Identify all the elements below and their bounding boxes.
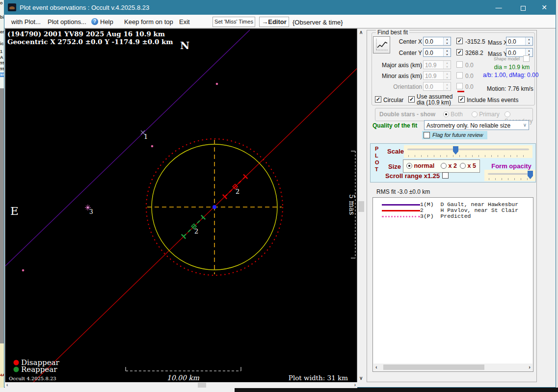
mass-x-spinner[interactable]: 0.0▲▼ bbox=[506, 37, 533, 46]
circular-label: Circular bbox=[383, 97, 403, 104]
form-opacity-slider[interactable] bbox=[484, 170, 535, 181]
plot-title-line2: Geocentric X 2752.0 ±0.0 Y -1174.9 ±0.0 … bbox=[7, 38, 173, 46]
vertical-scroll-thumb[interactable] bbox=[358, 201, 364, 212]
background-fragment: 55 bbox=[0, 61, 4, 65]
fit-graph-button[interactable] bbox=[373, 36, 390, 53]
observer-row[interactable]: 3(P) Predicted bbox=[373, 213, 533, 219]
background-fragment: er bbox=[0, 29, 4, 34]
circular-checkbox[interactable]: ✓ bbox=[375, 96, 381, 103]
menu-with-plot[interactable]: with Plot... bbox=[11, 18, 41, 26]
reappear-dot-icon bbox=[14, 367, 19, 372]
editor-button[interactable]: →Editor bbox=[259, 17, 289, 27]
scroll-down-icon[interactable]: ∨ bbox=[359, 375, 363, 381]
menu-keep-on-top[interactable]: Keep form on top bbox=[124, 18, 173, 26]
event2-green-label: 2 bbox=[194, 228, 198, 235]
center-y-spinner[interactable]: 0.0▲▼ bbox=[423, 48, 451, 57]
minimize-button[interactable]: — bbox=[488, 0, 509, 15]
orientation-label: Orientation bbox=[373, 83, 422, 90]
orientation-spinner[interactable]: 0.0▲▼ bbox=[423, 82, 451, 91]
observer1-line-swatch bbox=[382, 204, 420, 206]
orientation-fit-checkbox[interactable] bbox=[456, 83, 463, 89]
minor-axis-fit-checkbox[interactable] bbox=[456, 72, 463, 78]
north-label: N bbox=[180, 39, 189, 52]
flag-review-checkbox[interactable] bbox=[424, 132, 430, 138]
observer3-dotted-swatch bbox=[382, 216, 420, 217]
menu-help[interactable]: Help bbox=[100, 18, 113, 26]
background-fragment: A bbox=[0, 55, 3, 60]
ab-dmag-label: a/b: 1.00, dMag: 0.00 bbox=[483, 72, 538, 78]
background-window-footer: 4A bbox=[0, 343, 4, 388]
use-assumed-label-line2: dia (10.9 km) bbox=[417, 99, 451, 106]
major-axis-spinner[interactable]: 10.9▲▼ bbox=[423, 60, 451, 69]
use-assumed-checkbox[interactable]: ✓ bbox=[408, 96, 415, 103]
scale-label: Scale bbox=[387, 148, 404, 155]
size-x2-radio[interactable]: x 2 bbox=[441, 162, 457, 169]
diameter-label: dia = 10.9 km bbox=[485, 64, 539, 71]
spinner-arrows-icon[interactable]: ▲▼ bbox=[525, 37, 532, 45]
title-bar[interactable]: Plot event observations : Occult v.4.202… bbox=[4, 0, 556, 15]
plot-vertical-scrollbar[interactable]: ∧ ∨ bbox=[357, 28, 365, 382]
double-stars-both-radio[interactable]: Both bbox=[443, 111, 463, 118]
shape-model-checkbox[interactable] bbox=[523, 55, 530, 62]
scroll-right-icon[interactable]: › bbox=[354, 382, 356, 388]
disappear-dot-icon bbox=[14, 360, 19, 366]
plot-letter: T bbox=[375, 166, 378, 172]
close-button[interactable]: ✕ bbox=[534, 0, 555, 15]
fit-x-checkbox[interactable]: ✓ bbox=[456, 38, 463, 44]
major-axis-fit-checkbox[interactable] bbox=[456, 61, 463, 68]
quality-dropdown[interactable]: Astrometry only. No reliable size ∨ bbox=[424, 120, 529, 130]
spinner-arrows-icon[interactable]: ▲▼ bbox=[443, 37, 451, 45]
observer-list-scroll-thumb[interactable] bbox=[383, 365, 484, 370]
flag-review-row: Flag for future review bbox=[422, 131, 487, 139]
fit-y-checkbox[interactable]: ✓ bbox=[456, 49, 463, 55]
desktop-strip-right bbox=[235, 388, 558, 392]
center-x-spinner[interactable]: 0.0▲▼ bbox=[423, 37, 451, 46]
observer-time-label: {Observer & time} bbox=[292, 19, 343, 26]
background-fragment: 1 bbox=[0, 49, 2, 54]
background-fragment: 4A bbox=[0, 373, 4, 377]
observer-list[interactable]: 1(M) D Gault, near Hawkesbur 2 H Pavlov,… bbox=[372, 197, 533, 372]
size-x5-radio[interactable]: x 5 bbox=[460, 162, 476, 169]
center-y-label: Center Y bbox=[391, 50, 422, 56]
background-fragment: o bbox=[0, 0, 3, 5]
set-miss-times-button[interactable]: Set 'Miss' Times bbox=[213, 17, 255, 27]
orientation-fit-value: 0.0 bbox=[465, 83, 474, 90]
scale-slider-thumb[interactable] bbox=[453, 146, 458, 155]
include-miss-checkbox[interactable]: ✓ bbox=[458, 96, 465, 103]
size-normal-radio[interactable]: normal bbox=[406, 162, 434, 169]
background-fragment: ic bbox=[0, 41, 4, 46]
scroll-up-icon[interactable]: ∧ bbox=[359, 29, 363, 35]
spinner-arrows-icon[interactable]: ▲▼ bbox=[443, 49, 451, 56]
background-window-body bbox=[0, 88, 4, 343]
plot-canvas[interactable]: 2 2 1 3 bbox=[5, 28, 357, 383]
spinner-arrows-icon: ▲▼ bbox=[443, 72, 451, 79]
scroll-left-icon[interactable]: ‹ bbox=[375, 364, 377, 370]
size-radio-group: normal x 2 x 5 bbox=[403, 159, 480, 173]
motion-label: Motion: 7.76 km/s bbox=[487, 85, 533, 92]
observer-list-scrollbar[interactable]: ‹ › bbox=[373, 364, 532, 371]
minor-axis-label: Minor axis (km) bbox=[373, 73, 422, 79]
mas-scale-label: 5 mas bbox=[348, 194, 356, 215]
app-icon bbox=[8, 3, 16, 11]
predicted-star-label: 3 bbox=[89, 209, 93, 215]
double-stars-label: Double stars - show bbox=[379, 111, 435, 118]
flag-review-label: Flag for future review bbox=[432, 132, 483, 138]
horizontal-scroll-thumb[interactable] bbox=[198, 383, 206, 388]
size-label: Size bbox=[388, 163, 401, 170]
maximize-button[interactable] bbox=[513, 0, 533, 15]
scroll-right-icon[interactable]: › bbox=[529, 364, 531, 370]
scroll-range-checkbox[interactable] bbox=[442, 172, 449, 179]
window-title: Plot event observations : Occult v.4.202… bbox=[20, 4, 149, 11]
chart-icon bbox=[373, 37, 390, 53]
plot-width-label: Plot width: 31 km bbox=[289, 374, 348, 382]
background-fragment: bi bbox=[0, 15, 4, 20]
scale-slider[interactable] bbox=[404, 145, 532, 158]
menu-exit[interactable]: Exit bbox=[179, 18, 190, 26]
quality-label: Quality of the fit bbox=[372, 122, 417, 129]
double-stars-primary-radio[interactable]: Primary bbox=[472, 111, 500, 118]
menu-plot-options[interactable]: Plot options... bbox=[48, 18, 86, 26]
plot-horizontal-scrollbar[interactable]: ‹ › bbox=[5, 382, 357, 388]
include-miss-label: Include Miss events bbox=[467, 97, 518, 104]
minor-axis-spinner[interactable]: 10.9▲▼ bbox=[423, 71, 451, 80]
scroll-left-icon[interactable]: ‹ bbox=[6, 382, 8, 388]
